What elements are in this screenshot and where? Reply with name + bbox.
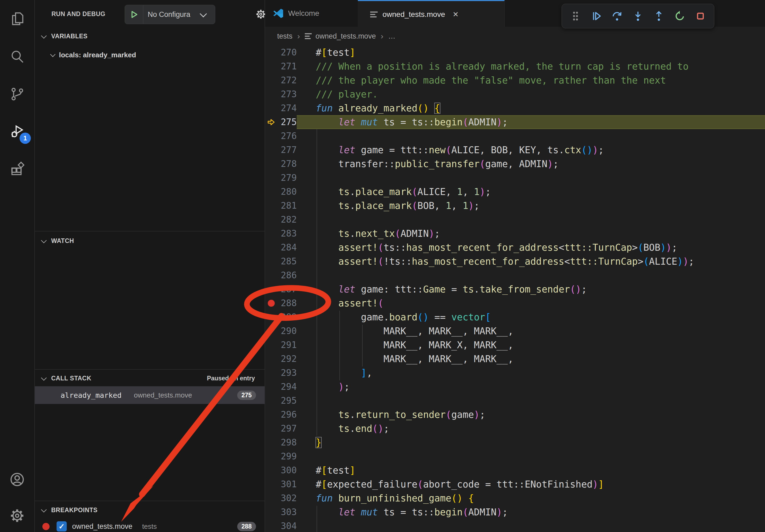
code-line[interactable]: 290 MARK__, MARK__, MARK__, bbox=[265, 324, 765, 338]
gutter[interactable] bbox=[265, 324, 279, 338]
watch-section-header[interactable]: WATCH bbox=[35, 231, 265, 250]
gutter[interactable] bbox=[265, 60, 279, 73]
code-line[interactable]: 278 transfer::public_transfer(game, ADMI… bbox=[265, 157, 765, 171]
tab-welcome[interactable]: Welcome bbox=[265, 0, 366, 27]
run-and-debug-icon[interactable]: 1 bbox=[5, 119, 29, 143]
code-line[interactable]: 276 bbox=[265, 129, 765, 143]
breadcrumb-symbol[interactable]: … bbox=[388, 32, 395, 40]
gutter[interactable] bbox=[265, 449, 279, 463]
gutter[interactable] bbox=[265, 185, 279, 199]
gutter[interactable] bbox=[265, 435, 279, 449]
gutter[interactable] bbox=[265, 171, 279, 185]
gutter[interactable] bbox=[265, 477, 279, 491]
gutter[interactable] bbox=[265, 46, 279, 60]
code-line[interactable]: 294 ); bbox=[265, 380, 765, 394]
gutter[interactable] bbox=[265, 394, 279, 408]
breadcrumb-file[interactable]: owned_tests.move bbox=[316, 32, 376, 40]
code-editor[interactable]: 270#[test]271/// When a position is alre… bbox=[265, 46, 765, 532]
code-line[interactable]: 274fun already_marked() { bbox=[265, 101, 765, 115]
stop-icon[interactable] bbox=[693, 8, 708, 24]
breadcrumb-folder[interactable]: tests bbox=[277, 32, 293, 40]
gutter[interactable] bbox=[265, 73, 279, 87]
code-line[interactable]: 292 MARK__, MARK__, MARK__, bbox=[265, 352, 765, 366]
gutter[interactable] bbox=[265, 268, 279, 282]
step-into-icon[interactable] bbox=[631, 8, 645, 24]
call-stack-frame-row[interactable]: already_marked owned_tests.move 275 bbox=[35, 386, 265, 404]
code-line[interactable]: 270#[test] bbox=[265, 46, 765, 60]
code-line[interactable]: 293 ], bbox=[265, 366, 765, 380]
code-line[interactable]: 271/// When a position is already marked… bbox=[265, 60, 765, 73]
close-icon[interactable]: ✕ bbox=[452, 10, 458, 19]
step-out-icon[interactable] bbox=[652, 8, 666, 24]
explorer-icon[interactable] bbox=[5, 7, 29, 31]
breakpoint-checkbox[interactable]: ✓ bbox=[57, 521, 67, 531]
code-line[interactable]: 275 let mut ts = ts::begin(ADMIN); bbox=[265, 115, 765, 129]
account-icon[interactable] bbox=[5, 467, 29, 492]
call-stack-section-header[interactable]: CALL STACK Paused on entry bbox=[35, 369, 265, 387]
code-line[interactable]: 299 bbox=[265, 449, 765, 463]
gutter[interactable] bbox=[265, 227, 279, 241]
gutter[interactable] bbox=[265, 282, 279, 296]
code-line[interactable]: 297 ts.end(); bbox=[265, 421, 765, 435]
breadcrumb[interactable]: tests › owned_tests.move › … bbox=[265, 27, 765, 46]
gutter[interactable] bbox=[265, 101, 279, 115]
search-icon[interactable] bbox=[5, 44, 29, 68]
code-line[interactable]: 286 bbox=[265, 268, 765, 282]
extensions-icon[interactable] bbox=[5, 157, 29, 181]
gutter[interactable] bbox=[265, 157, 279, 171]
config-dropdown-label[interactable]: No Configura bbox=[143, 10, 200, 19]
gutter[interactable] bbox=[265, 129, 279, 143]
code-line[interactable]: 282 bbox=[265, 213, 765, 227]
settings-gear-icon[interactable] bbox=[5, 504, 29, 528]
gutter[interactable] bbox=[265, 408, 279, 421]
breakpoints-section-header[interactable]: BREAKPOINTS bbox=[35, 501, 265, 519]
gutter[interactable] bbox=[265, 199, 279, 213]
gutter[interactable] bbox=[265, 338, 279, 352]
code-line[interactable]: 303 let mut ts = ts::begin(ADMIN); bbox=[265, 505, 765, 519]
code-line[interactable]: 296 ts.return_to_sender(game); bbox=[265, 408, 765, 421]
gutter[interactable] bbox=[265, 213, 279, 227]
code-line[interactable]: 288 assert!( bbox=[265, 296, 765, 310]
code-line[interactable]: 273/// player. bbox=[265, 87, 765, 101]
code-line[interactable]: 285 assert!(!ts::has_most_recent_for_add… bbox=[265, 254, 765, 268]
gutter[interactable] bbox=[265, 87, 279, 101]
code-line[interactable]: 279 bbox=[265, 171, 765, 185]
code-line[interactable]: 291 MARK__, MARK_X, MARK__, bbox=[265, 338, 765, 352]
gutter[interactable] bbox=[265, 519, 279, 532]
restart-icon[interactable] bbox=[672, 8, 687, 24]
gutter[interactable] bbox=[265, 254, 279, 268]
code-line[interactable]: 280 ts.place_mark(ALICE, 1, 1); bbox=[265, 185, 765, 199]
gutter[interactable] bbox=[265, 310, 279, 324]
code-line[interactable]: 298} bbox=[265, 435, 765, 449]
variables-section-header[interactable]: VARIABLES bbox=[35, 27, 265, 46]
code-line[interactable]: 281 ts.place_mark(BOB, 1, 1); bbox=[265, 199, 765, 213]
gutter[interactable] bbox=[265, 380, 279, 394]
start-debug-icon[interactable] bbox=[125, 5, 143, 24]
gutter[interactable] bbox=[265, 491, 279, 505]
code-line[interactable]: 287 let game: ttt::Game = ts.take_from_s… bbox=[265, 282, 765, 296]
gutter[interactable] bbox=[265, 143, 279, 157]
code-line[interactable]: 283 ts.next_tx(ADMIN); bbox=[265, 227, 765, 241]
code-line[interactable]: 304 bbox=[265, 519, 765, 532]
breakpoint-row[interactable]: ✓ owned_tests.move tests 288 bbox=[35, 518, 265, 532]
code-line[interactable]: 289 game.board() == vector[ bbox=[265, 310, 765, 324]
gutter[interactable] bbox=[265, 241, 279, 254]
gutter[interactable] bbox=[265, 421, 279, 435]
code-line[interactable]: 284 assert!(ts::has_most_recent_for_addr… bbox=[265, 241, 765, 254]
gutter[interactable] bbox=[265, 352, 279, 366]
code-line[interactable]: 295 bbox=[265, 394, 765, 408]
code-line[interactable]: 300#[test] bbox=[265, 463, 765, 477]
continue-icon[interactable] bbox=[589, 8, 604, 24]
current-line-arrow-icon[interactable] bbox=[265, 115, 279, 129]
code-line[interactable]: 277 let game = ttt::new(ALICE, BOB, KEY,… bbox=[265, 143, 765, 157]
step-over-icon[interactable] bbox=[610, 8, 624, 24]
tab-owned-tests[interactable]: owned_tests.move ✕ bbox=[358, 0, 505, 28]
code-line[interactable]: 301#[expected_failure(abort_code = ttt::… bbox=[265, 477, 765, 491]
code-line[interactable]: 302fun burn_unfinished_game() { bbox=[265, 491, 765, 505]
toolbar-drag-handle[interactable] bbox=[568, 8, 583, 24]
gutter[interactable] bbox=[265, 505, 279, 519]
code-line[interactable]: 272/// the player who made the "false" m… bbox=[265, 73, 765, 87]
launch-configuration-bar[interactable]: No Configura bbox=[125, 5, 215, 24]
gutter[interactable] bbox=[265, 463, 279, 477]
gutter[interactable] bbox=[265, 366, 279, 380]
